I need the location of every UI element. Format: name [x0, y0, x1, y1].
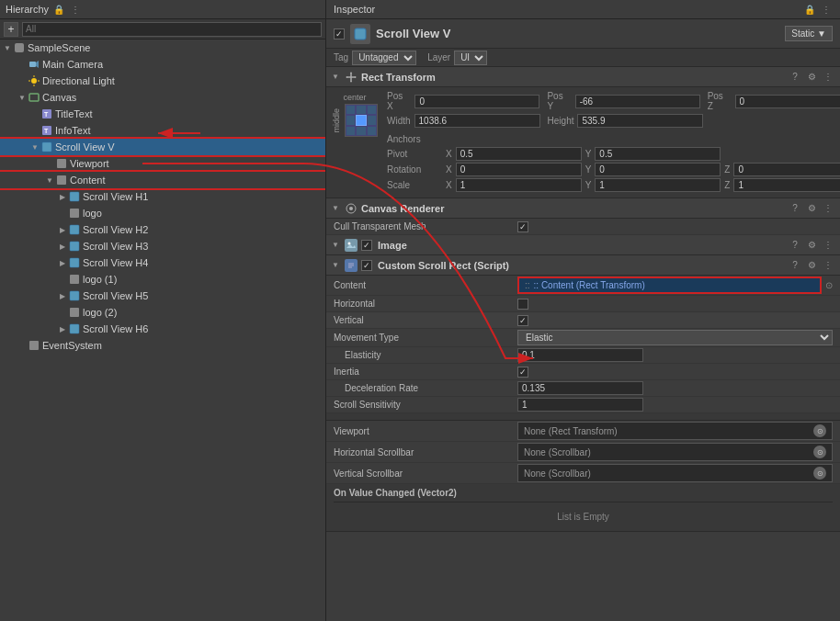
- hierarchy-add-button[interactable]: +: [4, 22, 18, 37]
- tree-item-logo1[interactable]: ▶ logo: [0, 205, 325, 221]
- canvas-renderer-help-icon[interactable]: ?: [789, 202, 801, 215]
- deceleration-label: Deceleration Rate: [334, 383, 517, 393]
- pos-y-input[interactable]: [575, 95, 700, 108]
- movement-type-select[interactable]: Elastic Clamped Unrestricted: [517, 330, 833, 345]
- rect-settings-icon[interactable]: ⚙: [805, 71, 818, 84]
- static-button[interactable]: Static ▼: [785, 26, 833, 41]
- image-header[interactable]: ▼ Image ? ⚙ ⋮: [326, 235, 840, 255]
- pos-z-input[interactable]: [735, 95, 840, 108]
- hscrollbar-ref-field[interactable]: None (Scrollbar) ⊙: [517, 443, 833, 461]
- svg-text:T: T: [44, 128, 49, 134]
- rect-transform-body: center middle: [326, 87, 840, 198]
- vscrollbar-ref-field[interactable]: None (Scrollbar) ⊙: [517, 464, 833, 482]
- cull-transparent-check[interactable]: [517, 221, 528, 232]
- hierarchy-lock-icon[interactable]: 🔒: [52, 3, 65, 16]
- scale-z-input[interactable]: [733, 178, 840, 192]
- csr-help-icon[interactable]: ?: [789, 259, 801, 272]
- tree-item-maincam[interactable]: ▶ Main Camera: [0, 56, 325, 73]
- tree-item-svh4[interactable]: ▶ Scroll View H4: [0, 254, 325, 271]
- tree-item-svh1[interactable]: ▶ Scroll View H1: [0, 188, 325, 205]
- dirlight-icon: [28, 74, 40, 87]
- scroll-sensitivity-input[interactable]: [517, 398, 643, 412]
- tree-item-eventsystem[interactable]: ▶ EventSystem: [0, 337, 325, 354]
- hscrollbar-ref-pick-btn[interactable]: ⊙: [813, 446, 826, 458]
- horizontal-check[interactable]: [517, 299, 528, 310]
- svh3-arrow: ▶: [57, 241, 68, 252]
- tree-item-logo2[interactable]: ▶ logo (1): [0, 271, 325, 288]
- tree-item-viewport[interactable]: ▶ Viewport: [0, 155, 325, 172]
- viewport-ref-pick-btn[interactable]: ⊙: [813, 424, 826, 437]
- image-settings-icon[interactable]: ⚙: [805, 239, 818, 252]
- scale-x-input[interactable]: [456, 178, 582, 192]
- image-enabled-check[interactable]: [361, 240, 372, 251]
- vertical-check[interactable]: [517, 315, 528, 326]
- svh6-icon: [68, 322, 81, 335]
- rect-help-icon[interactable]: ?: [789, 71, 801, 84]
- canvas-renderer-settings-icon[interactable]: ⚙: [805, 202, 818, 215]
- image-more-icon[interactable]: ⋮: [822, 239, 834, 252]
- tree-item-svh2[interactable]: ▶ Scroll View H2: [0, 221, 325, 238]
- inspector-title: Inspector: [334, 4, 375, 15]
- anchors-label: Anchors: [387, 134, 442, 144]
- rot-y-input[interactable]: [595, 163, 721, 176]
- svh1-arrow: ▶: [57, 191, 68, 202]
- height-input[interactable]: [577, 114, 703, 128]
- tree-item-scrollviewv[interactable]: ▼ Scroll View V: [0, 139, 325, 155]
- canvas-label: Canvas: [42, 92, 76, 103]
- pos-x-group: Pos X: [387, 91, 539, 111]
- inertia-check[interactable]: [517, 367, 528, 378]
- rect-transform-header[interactable]: ▼ Rect Transform ? ⚙ ⋮: [326, 67, 840, 87]
- layer-label: Layer: [427, 52, 450, 62]
- tree-item-svh5[interactable]: ▶ Scroll View H5: [0, 288, 325, 304]
- viewport-ref-field[interactable]: None (Rect Transform) ⊙: [517, 422, 833, 440]
- layer-select[interactable]: UI: [454, 51, 487, 65]
- custom-scroll-rect-header[interactable]: ▼ Custom Scroll Rect (Script) ? ⚙ ⋮: [326, 255, 840, 276]
- content-ref-field[interactable]: :: :: Content (Rect Transform): [517, 277, 822, 294]
- rect-visual-panel: center middle: [326, 87, 383, 198]
- rect-more-icon[interactable]: ⋮: [822, 71, 834, 84]
- csr-more-icon[interactable]: ⋮: [822, 259, 834, 272]
- tag-select[interactable]: Untagged: [352, 51, 416, 65]
- canvas-renderer-more-icon[interactable]: ⋮: [822, 202, 834, 215]
- tree-item-canvas[interactable]: ▼ Canvas: [0, 89, 325, 106]
- vscrollbar-ref-pick-btn[interactable]: ⊙: [813, 467, 826, 480]
- tree-item-infotext[interactable]: ▶ T InfoText: [0, 122, 325, 139]
- deceleration-input[interactable]: [517, 381, 643, 395]
- rotation-label: Rotation: [387, 164, 442, 175]
- canvas-renderer-icon: [345, 202, 358, 215]
- rot-x-input[interactable]: [456, 163, 582, 176]
- svg-point-3: [31, 78, 37, 84]
- pivot-y-input[interactable]: [595, 147, 721, 161]
- tree-item-svh3[interactable]: ▶ Scroll View H3: [0, 238, 325, 254]
- csr-enabled-check[interactable]: [361, 260, 372, 271]
- csr-settings-icon[interactable]: ⚙: [805, 259, 818, 272]
- viewport-icon: [55, 157, 68, 170]
- tree-item-content[interactable]: ▼ Content: [0, 172, 325, 188]
- canvas-renderer-header[interactable]: ▼ Canvas Renderer ? ⚙ ⋮: [326, 198, 840, 219]
- canvas-arrow: ▼: [17, 92, 28, 103]
- rot-y-label: Y: [585, 164, 592, 175]
- titletext-icon: T: [40, 107, 53, 120]
- content-ref-pick-btn[interactable]: ⊙: [825, 280, 833, 290]
- hierarchy-search-input[interactable]: [22, 22, 322, 37]
- scene-root-item[interactable]: ▼ SampleScene: [0, 40, 325, 56]
- movement-type-label: Movement Type: [334, 333, 517, 343]
- tree-item-svh6[interactable]: ▶ Scroll View H6: [0, 321, 325, 337]
- object-enable-toggle[interactable]: [334, 28, 345, 40]
- tree-item-logo3[interactable]: ▶ logo (2): [0, 304, 325, 321]
- elasticity-input[interactable]: [517, 348, 643, 362]
- inspector-lock-icon[interactable]: 🔒: [803, 3, 816, 16]
- tree-item-titletext[interactable]: ▶ T TitleText: [0, 106, 325, 122]
- svh2-arrow: ▶: [57, 224, 68, 235]
- hierarchy-menu-icon[interactable]: ⋮: [69, 3, 82, 16]
- scale-y-input[interactable]: [595, 178, 721, 192]
- svh2-icon: [68, 223, 81, 236]
- tree-item-dirlight[interactable]: ▶ Directional Light: [0, 73, 325, 89]
- pivot-x-input[interactable]: [456, 147, 582, 161]
- rot-z-input[interactable]: [733, 163, 840, 176]
- anchor-grid: [345, 104, 378, 137]
- pos-x-input[interactable]: [414, 95, 539, 108]
- inspector-menu-icon[interactable]: ⋮: [820, 3, 833, 16]
- width-input[interactable]: [414, 114, 540, 128]
- image-help-icon[interactable]: ?: [789, 239, 801, 252]
